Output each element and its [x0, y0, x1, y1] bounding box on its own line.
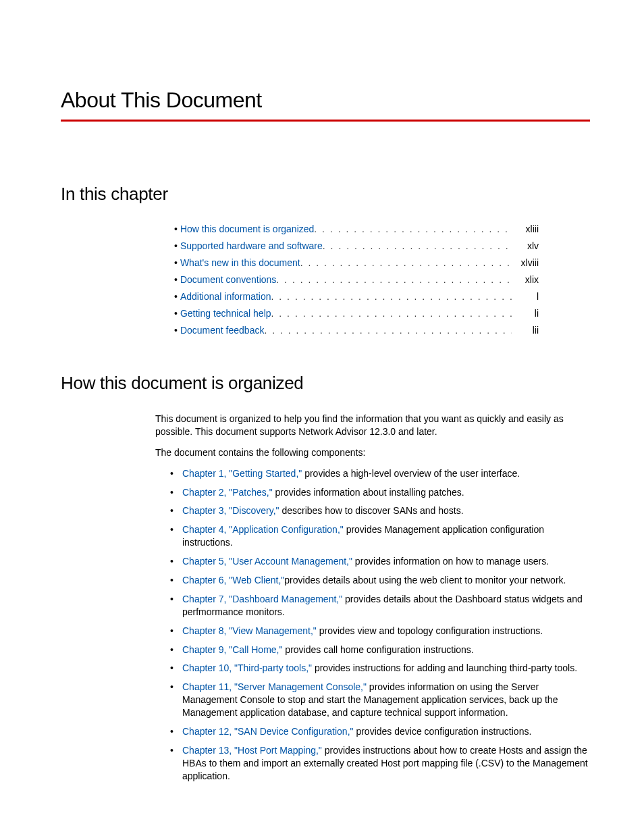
chapter-desc: provides information about installing pa…	[273, 487, 464, 498]
chapter-desc: provides view and topology configuration…	[317, 625, 543, 636]
toc-page: l	[512, 291, 539, 302]
chapter-desc: provides a high-level overview of the us…	[302, 468, 520, 479]
list-item: Chapter 7, "Dashboard Management," provi…	[170, 593, 590, 619]
list-item: Chapter 9, "Call Home," provides call ho…	[170, 644, 590, 656]
bullet-icon: •	[174, 274, 178, 285]
bullet-icon: •	[174, 325, 178, 336]
chapter-list: Chapter 1, "Getting Started," provides a…	[170, 467, 590, 783]
chapter-desc: provides instructions for adding and lau…	[312, 662, 577, 673]
list-item: Chapter 8, "View Management," provides v…	[170, 625, 590, 637]
toc-link[interactable]: Supported hardware and software	[180, 240, 323, 251]
chapter-desc: describes how to discover SANs and hosts…	[279, 505, 464, 516]
intro-paragraph: This document is organized to help you f…	[155, 413, 590, 438]
page-title: About This Document	[61, 88, 590, 122]
dot-leader	[271, 291, 512, 302]
toc-page: lii	[512, 325, 539, 336]
chapter-link[interactable]: Chapter 12, "SAN Device Configuration,"	[182, 726, 354, 737]
list-item: Chapter 10, "Third-party tools," provide…	[170, 662, 590, 675]
chapter-desc: provides information on how to manage us…	[352, 556, 549, 567]
dot-leader	[300, 257, 512, 268]
toc-page: xliii	[512, 224, 539, 234]
bullet-icon: •	[174, 224, 178, 234]
chapter-link[interactable]: Chapter 7, "Dashboard Management,"	[182, 594, 342, 604]
toc-link[interactable]: Document feedback	[180, 325, 265, 336]
toc-page: li	[512, 308, 539, 319]
body-content: This document is organized to help you f…	[155, 413, 590, 783]
list-item: Chapter 11, "Server Management Console,"…	[170, 681, 590, 719]
toc-item: • Document conventions xlix	[174, 274, 539, 285]
toc-link[interactable]: Document conventions	[180, 274, 276, 285]
toc-list: • How this document is organized xliii •…	[174, 224, 539, 336]
bullet-icon: •	[174, 257, 178, 268]
list-item: Chapter 4, "Application Configuration," …	[170, 523, 590, 549]
list-item: Chapter 6, "Web Client,"provides details…	[170, 574, 590, 587]
toc-link[interactable]: How this document is organized	[180, 224, 314, 234]
toc-item: • Getting technical help li	[174, 308, 539, 319]
chapter-link[interactable]: Chapter 13, "Host Port Mapping,"	[182, 745, 322, 756]
intro-paragraph: The document contains the following comp…	[155, 446, 590, 459]
list-item: Chapter 5, "User Account Management," pr…	[170, 555, 590, 568]
toc-heading: In this chapter	[61, 184, 590, 205]
list-item: Chapter 1, "Getting Started," provides a…	[170, 467, 590, 480]
toc-page: xlv	[512, 240, 539, 251]
toc-item: • Supported hardware and software xlv	[174, 240, 539, 251]
list-item: Chapter 2, "Patches," provides informati…	[170, 486, 590, 499]
toc-link[interactable]: Getting technical help	[180, 308, 271, 319]
chapter-link[interactable]: Chapter 4, "Application Configuration,"	[182, 524, 344, 535]
dot-leader	[276, 274, 512, 285]
list-item: Chapter 3, "Discovery," describes how to…	[170, 504, 590, 517]
dot-leader	[271, 308, 512, 319]
toc-item: • How this document is organized xliii	[174, 224, 539, 234]
list-item: Chapter 12, "SAN Device Configuration," …	[170, 725, 590, 738]
chapter-desc: provides device configuration instructio…	[354, 726, 532, 737]
chapter-link[interactable]: Chapter 5, "User Account Management,"	[182, 556, 352, 567]
toc-page: xlviii	[512, 257, 539, 268]
toc-item: • What's new in this document xlviii	[174, 257, 539, 268]
section-heading: How this document is organized	[61, 373, 590, 394]
chapter-link[interactable]: Chapter 2, "Patches,"	[182, 487, 273, 498]
toc-link[interactable]: What's new in this document	[180, 257, 300, 268]
chapter-link[interactable]: Chapter 6, "Web Client,"	[182, 575, 284, 585]
chapter-link[interactable]: Chapter 8, "View Management,"	[182, 625, 317, 636]
bullet-icon: •	[174, 240, 178, 251]
dot-leader	[264, 325, 512, 336]
toc-item: • Document feedback lii	[174, 325, 539, 336]
dot-leader	[314, 224, 512, 234]
bullet-icon: •	[174, 308, 178, 319]
chapter-desc: provides call home configuration instruc…	[282, 644, 473, 655]
chapter-link[interactable]: Chapter 3, "Discovery,"	[182, 505, 279, 516]
toc-link[interactable]: Additional information	[180, 291, 271, 302]
dot-leader	[323, 240, 512, 251]
chapter-link[interactable]: Chapter 9, "Call Home,"	[182, 644, 282, 655]
chapter-link[interactable]: Chapter 11, "Server Management Console,"	[182, 681, 367, 692]
toc-page: xlix	[512, 274, 539, 285]
chapter-desc: provides details about using the web cli…	[284, 575, 566, 585]
chapter-link[interactable]: Chapter 10, "Third-party tools,"	[182, 662, 312, 673]
toc-item: • Additional information l	[174, 291, 539, 302]
list-item: Chapter 13, "Host Port Mapping," provide…	[170, 744, 590, 783]
bullet-icon: •	[174, 291, 178, 302]
chapter-link[interactable]: Chapter 1, "Getting Started,"	[182, 468, 302, 479]
